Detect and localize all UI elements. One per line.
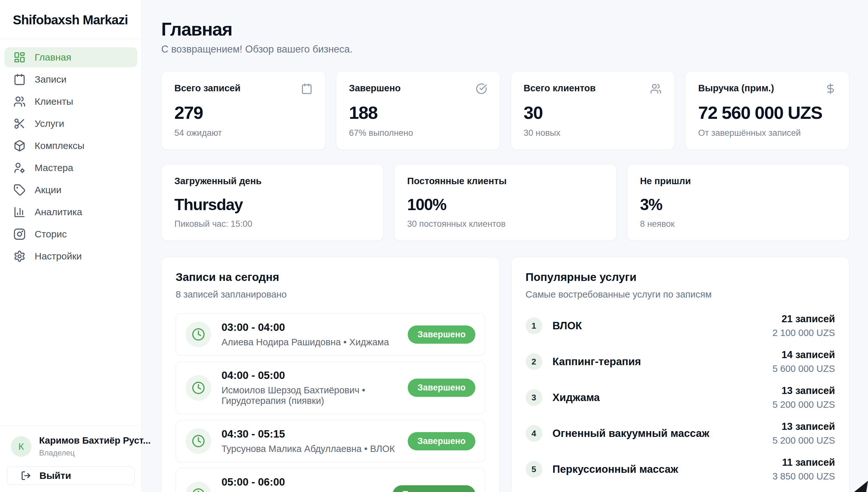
- service-revenue: 3 850 000 UZS: [773, 471, 835, 482]
- appointment-row[interactable]: 05:00 - 06:00 Назаров Ботир Камолович • …: [175, 468, 485, 492]
- service-row[interactable]: 5 Перкуссионный массаж 11 записей 3 850 …: [526, 457, 835, 482]
- panel-title: Записи на сегодня: [175, 271, 485, 284]
- stat-label: Выручка (прим.): [698, 83, 774, 94]
- sidebar-item-home[interactable]: Главная: [4, 47, 137, 67]
- sidebar-item-label: Клиенты: [34, 96, 73, 107]
- clock-icon: [192, 488, 205, 492]
- bar-chart-icon: [14, 206, 26, 218]
- insight-label: Загруженный день: [174, 176, 371, 187]
- sidebar-item-analytics[interactable]: Аналитика: [4, 202, 137, 222]
- appointment-time: 04:00 - 05:00: [221, 369, 397, 382]
- service-row[interactable]: 3 Хиджама 13 записей 5 200 000 UZS: [526, 385, 835, 410]
- service-row[interactable]: 2 Каппинг-терапия 14 записей 5 600 000 U…: [526, 349, 835, 374]
- popular-services-panel: Популярные услуги Самые востребованные у…: [511, 257, 850, 492]
- app-title: Shifobaxsh Markazi: [13, 13, 129, 27]
- rank-badge: 5: [526, 461, 542, 477]
- appointment-row[interactable]: 04:00 - 05:00 Исмоилов Шерзод Бахтиёрови…: [175, 361, 485, 414]
- sidebar-item-stories[interactable]: Сторис: [4, 224, 137, 244]
- logout-icon: [21, 470, 31, 481]
- sidebar-item-label: Услуги: [34, 118, 64, 129]
- stat-card-revenue: Выручка (прим.) 72 560 000 UZS От заверш…: [685, 71, 849, 150]
- sidebar-item-services[interactable]: Услуги: [4, 114, 137, 133]
- stat-card-total-appointments: Всего записей 279 54 ожидают: [161, 71, 326, 150]
- sidebar-item-label: Записи: [34, 74, 67, 85]
- service-row[interactable]: 1 ВЛОК 21 записей 2 100 000 UZS: [526, 313, 835, 338]
- check-circle-icon: [476, 83, 487, 95]
- user-profile: К Каримов Бахтиёр Руст... Владелец: [7, 435, 135, 466]
- stat-value: 188: [349, 102, 487, 123]
- rank-badge: 2: [526, 353, 542, 370]
- service-name: ВЛОК: [553, 320, 582, 332]
- calendar-icon: [301, 83, 312, 95]
- sidebar-item-label: Мастера: [34, 163, 73, 173]
- status-badge: Завершено: [408, 378, 475, 397]
- avatar: К: [11, 436, 31, 457]
- sidebar-item-promotions[interactable]: Акции: [4, 180, 137, 200]
- appointment-row[interactable]: 03:00 - 04:00 Алиева Нодира Рашидовна • …: [175, 313, 485, 355]
- today-appointments-panel: Записи на сегодня 8 записей запланирован…: [161, 257, 500, 492]
- service-count: 21 записей: [773, 313, 835, 325]
- clock-icon-wrap: [186, 428, 211, 454]
- sidebar-item-label: Сторис: [34, 229, 67, 240]
- service-name: Перкуссионный массаж: [553, 463, 678, 475]
- stat-value: 279: [174, 102, 312, 123]
- stats-row: Всего записей 279 54 ожидают Завершено 1…: [161, 71, 849, 150]
- dollar-icon: [825, 83, 836, 95]
- service-count: 14 записей: [773, 349, 835, 361]
- service-revenue: 5 200 000 UZS: [773, 435, 835, 446]
- bottom-panels: Записи на сегодня 8 записей запланирован…: [161, 257, 849, 492]
- insights-row: Загруженный день Thursday Пиковый час: 1…: [161, 164, 849, 241]
- logout-button[interactable]: Выйти: [7, 466, 135, 485]
- sidebar-item-label: Настройки: [34, 251, 82, 262]
- stat-sub: 54 ожидают: [174, 128, 312, 138]
- tag-icon: [14, 184, 26, 196]
- panel-title: Популярные услуги: [526, 271, 835, 284]
- sidebar-item-packages[interactable]: Комплексы: [4, 136, 137, 156]
- service-count: 13 записей: [773, 421, 835, 433]
- service-row[interactable]: 4 Огненный вакуумный массаж 13 записей 5…: [526, 421, 835, 446]
- stat-value: 72 560 000 UZS: [698, 102, 836, 123]
- clock-icon-wrap: [186, 322, 211, 347]
- stat-sub: От завершённых записей: [698, 128, 836, 138]
- rank-badge: 3: [526, 389, 542, 406]
- insight-value: 100%: [407, 195, 603, 214]
- page-title: Главная: [161, 19, 849, 40]
- insight-sub: 8 неявок: [640, 219, 836, 229]
- appointment-row[interactable]: 04:30 - 05:15 Турсунова Малика Абдуллаев…: [175, 420, 485, 462]
- sidebar-item-label: Комплексы: [34, 140, 84, 151]
- insight-card-regular-clients: Постоянные клиенты 100% 30 постоянных кл…: [394, 164, 616, 241]
- scissors-icon: [14, 118, 26, 130]
- status-badge: Завершено: [408, 432, 475, 450]
- stat-label: Всего клиентов: [524, 83, 596, 94]
- user-cog-icon: [14, 162, 26, 174]
- stat-label: Завершено: [349, 83, 401, 94]
- calendar-icon: [14, 73, 26, 85]
- insight-sub: Пиковый час: 15:00: [174, 219, 371, 229]
- service-name: Хиджама: [553, 391, 600, 403]
- sidebar-item-label: Акции: [34, 184, 62, 195]
- users-icon: [14, 95, 26, 107]
- sidebar-item-clients[interactable]: Клиенты: [4, 92, 137, 112]
- appointment-time: 04:30 - 05:15: [221, 428, 395, 440]
- sidebar-item-masters[interactable]: Мастера: [4, 158, 137, 178]
- settings-icon: [14, 250, 26, 262]
- insight-card-busiest-day: Загруженный день Thursday Пиковый час: 1…: [161, 164, 384, 241]
- appointment-time: 03:00 - 04:00: [221, 321, 389, 334]
- clock-icon: [192, 381, 205, 395]
- sidebar-header: Shifobaxsh Markazi: [0, 0, 142, 39]
- sidebar: Shifobaxsh Markazi Главная Записи Клиент…: [0, 0, 142, 492]
- stat-value: 30: [524, 102, 662, 123]
- clock-icon-wrap: [186, 375, 211, 401]
- appointment-time: 05:00 - 06:00: [221, 476, 382, 488]
- main-content: Главная С возвращением! Обзор вашего биз…: [142, 0, 868, 492]
- sidebar-nav: Главная Записи Клиенты Услуги Комплексы …: [0, 39, 142, 425]
- sidebar-footer: К Каримов Бахтиёр Руст... Владелец Выйти: [0, 425, 142, 492]
- stat-card-completed: Завершено 188 67% выполнено: [336, 71, 500, 150]
- stat-sub: 67% выполнено: [349, 128, 487, 138]
- status-badge: Завершено: [408, 325, 475, 344]
- service-revenue: 5 600 000 UZS: [773, 364, 835, 374]
- sidebar-item-settings[interactable]: Настройки: [4, 246, 137, 266]
- sidebar-item-label: Главная: [34, 52, 71, 63]
- clock-icon: [192, 434, 205, 448]
- sidebar-item-appointments[interactable]: Записи: [4, 70, 137, 89]
